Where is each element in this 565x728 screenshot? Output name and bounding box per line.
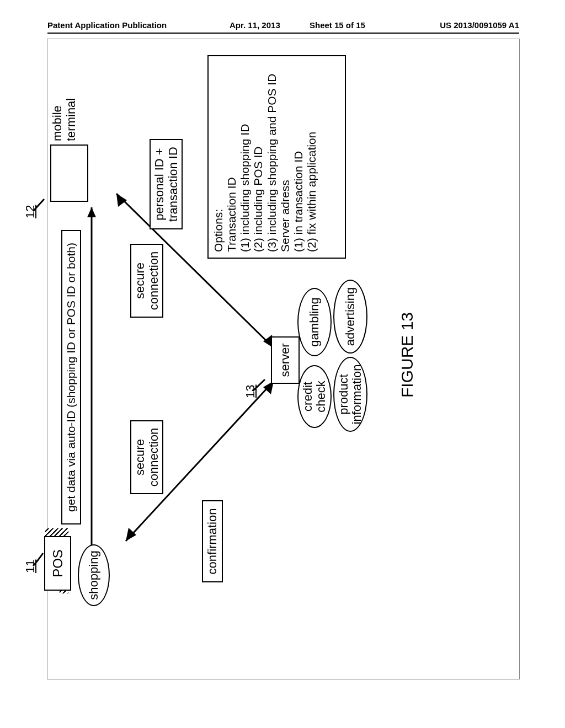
autoid-text: get data via auto-ID (shopping ID or POS…	[65, 243, 78, 512]
pos-node: POS	[44, 536, 71, 591]
product-info-node: product information	[333, 357, 367, 432]
secure-right-text: secure connection	[133, 251, 161, 310]
svg-marker-6	[116, 194, 127, 207]
header-number: US 2013/0091059 A1	[440, 20, 519, 30]
server-node: server	[271, 336, 300, 384]
ref-13: 13	[243, 385, 258, 398]
confirmation-label: confirmation	[202, 500, 223, 582]
figure-caption: FIGURE 13	[398, 312, 417, 398]
header-date: Apr. 11, 2013	[230, 20, 280, 30]
pos-label: POS	[50, 549, 66, 577]
credit-check-node: credit check	[297, 365, 332, 428]
svg-marker-3	[126, 528, 136, 541]
header-rule	[47, 33, 519, 34]
server-label: server	[278, 343, 292, 377]
ref-12: 12	[23, 205, 38, 218]
gambling-label: gambling	[308, 297, 321, 346]
page-frame: Patent Application Publication Apr. 11, …	[47, 39, 520, 679]
product-info-label: product information	[337, 365, 364, 425]
advertising-label: advertising	[344, 287, 357, 346]
ref-11: 11	[23, 560, 38, 573]
options-text: Options: Transaction ID (1) including sh…	[212, 74, 318, 252]
header-sheet: Sheet 15 of 15	[310, 20, 365, 30]
options-box: Options: Transaction ID (1) including sh…	[207, 55, 346, 259]
header-publication: Patent Application Publication	[47, 20, 167, 30]
confirmation-text: confirmation	[205, 508, 219, 575]
svg-marker-1	[87, 207, 96, 217]
secure-right-label: secure connection	[130, 244, 163, 318]
mobile-terminal-node	[50, 144, 88, 202]
shopping-node: shopping	[78, 544, 110, 606]
secure-left-label: secure connection	[130, 420, 163, 494]
mobile-terminal-label: mobile terminal	[50, 98, 78, 141]
autoid-edge-label: get data via auto-ID (shopping ID or POS…	[61, 230, 81, 524]
secure-left-text: secure connection	[133, 428, 161, 486]
shopping-label: shopping	[87, 550, 100, 599]
personal-id-text: personal ID + transaction ID	[152, 147, 180, 222]
personal-id-label: personal ID + transaction ID	[150, 139, 183, 229]
credit-check-label: credit check	[301, 381, 328, 412]
figure-diagram: POS 11 shopping mobile terminal 12 get d…	[36, 194, 533, 536]
gambling-node: gambling	[297, 288, 332, 356]
advertising-node: advertising	[333, 280, 367, 354]
